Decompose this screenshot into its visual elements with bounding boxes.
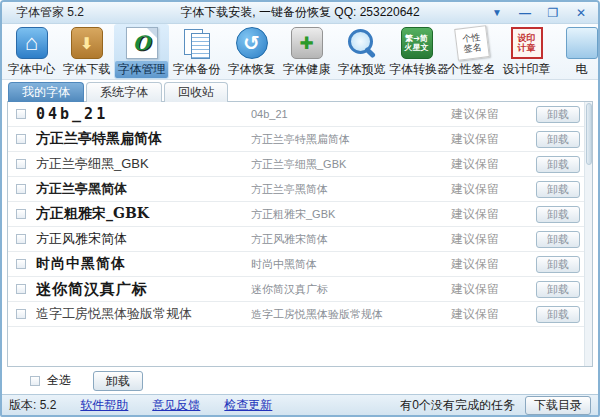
keep-suggestion-label: 建议保留 (451, 231, 536, 248)
select-all-checkbox[interactable] (30, 376, 40, 386)
uninstall-row-button[interactable]: 卸载 (536, 156, 580, 173)
app-title: 字体管家 5.2 (16, 4, 84, 21)
toolbar-item-label: 字体恢复 (224, 61, 279, 78)
font-center-icon (16, 27, 48, 59)
stamp-icon: 设印计章 (511, 27, 543, 59)
row-checkbox[interactable] (16, 184, 26, 194)
titlebar: 字体管家 5.2 字体下载安装, 一键备份恢复 QQ: 253220642 ▼ … (2, 2, 598, 24)
font-rows: 04b_21 04b_21 建议保留 卸载 方正兰亭特黑扁简体 方正兰亭特黑扁简… (8, 102, 584, 327)
minimize-icon[interactable]: — (516, 5, 534, 21)
uninstall-button[interactable]: 卸载 (93, 371, 143, 391)
toolbar-item-font-preview[interactable]: 字体预览 (334, 24, 389, 79)
row-checkbox[interactable] (16, 284, 26, 294)
font-preview-name: 方正兰亭黑简体 (36, 180, 251, 198)
toolbar-item-font-download[interactable]: 字体下载 (59, 24, 114, 79)
row-checkbox[interactable] (16, 209, 26, 219)
font-preview-name: 迷你简汉真广标 (36, 280, 251, 299)
maximize-icon[interactable]: ❐ (544, 5, 562, 21)
keep-suggestion-label: 建议保留 (451, 181, 536, 198)
scrollbar-thumb[interactable] (586, 103, 592, 165)
toolbar-item-label: 字体管理 (115, 61, 168, 78)
uninstall-row-button[interactable]: 卸载 (536, 131, 580, 148)
pending-tasks-text: 有0个没有完成的任务 (400, 397, 515, 414)
keep-suggestion-label: 建议保留 (451, 156, 536, 173)
select-all-label: 全选 (47, 372, 71, 389)
font-preview-name: 造字工房悦黑体验版常规体 (36, 305, 251, 323)
toolbar-item-computer[interactable]: 电 (554, 24, 598, 79)
font-health-icon (291, 27, 323, 59)
font-backup-icon (181, 27, 213, 59)
keep-suggestion-label: 建议保留 (451, 256, 536, 273)
font-row: 迷你简汉真广标 迷你简汉真广标 建议保留 卸载 (8, 277, 584, 302)
font-preview-name: 方正兰亭细黑_GBK (36, 155, 251, 173)
keep-suggestion-label: 建议保留 (451, 131, 536, 148)
font-row: 方正风雅宋简体 方正风雅宋简体 建议保留 卸载 (8, 227, 584, 252)
version-label: 版本: 5.2 (9, 397, 56, 414)
toolbar-item-label: 字体转换器 (389, 61, 444, 78)
font-preview-name: 时尚中黑简体 (36, 255, 251, 273)
toolbar-item-font-center[interactable]: 字体中心 (4, 24, 59, 79)
row-checkbox[interactable] (16, 159, 26, 169)
toolbar-item-label: 字体下载 (59, 61, 114, 78)
font-preview-icon (346, 27, 378, 59)
tab-回收站[interactable]: 回收站 (164, 82, 228, 102)
uninstall-row-button[interactable]: 卸载 (536, 306, 580, 323)
uninstall-row-button[interactable]: 卸载 (536, 256, 580, 273)
font-preview-name: 方正粗雅宋_GBK (36, 205, 251, 223)
toolbar-item-font-converter[interactable]: 繁➔简火星文 字体转换器 (389, 24, 444, 79)
uninstall-row-button[interactable]: 卸载 (536, 206, 580, 223)
font-name: 迷你简汉真广标 (251, 282, 451, 297)
row-checkbox[interactable] (16, 234, 26, 244)
toolbar-item-font-backup[interactable]: 字体备份 (169, 24, 224, 79)
row-checkbox[interactable] (16, 134, 26, 144)
toolbar-item-font-health[interactable]: 字体健康 (279, 24, 334, 79)
status-link-意见反馈[interactable]: 意见反馈 (152, 397, 200, 414)
font-name: 方正风雅宋简体 (251, 232, 451, 247)
toolbar: 字体中心 字体下载 字体管理 字体备份 字体恢复 字体健康 字体预览 (2, 24, 598, 80)
font-name: 方正兰亭黑简体 (251, 182, 451, 197)
keep-suggestion-label: 建议保留 (451, 206, 536, 223)
window-controls: ▼ — ❐ ✕ (488, 5, 598, 21)
font-name: 时尚中黑简体 (251, 257, 451, 272)
font-restore-icon (236, 27, 268, 59)
font-name: 方正兰亭细黑_GBK (251, 157, 451, 172)
uninstall-row-button[interactable]: 卸载 (536, 231, 580, 248)
app-window: 字体管家 5.2 字体下载安装, 一键备份恢复 QQ: 253220642 ▼ … (0, 0, 600, 417)
toolbar-item-label: 个性签名 (444, 61, 499, 78)
font-row: 方正兰亭细黑_GBK 方正兰亭细黑_GBK 建议保留 卸载 (8, 152, 584, 177)
font-name: 方正兰亭特黑扁简体 (251, 132, 451, 147)
tab-我的字体[interactable]: 我的字体 (8, 82, 84, 102)
computer-icon (566, 27, 598, 59)
skin-menu-icon[interactable]: ▼ (488, 5, 506, 21)
font-name: 造字工房悦黑体验版常规体 (251, 307, 451, 322)
toolbar-item-label: 字体健康 (279, 61, 334, 78)
status-links: 软件帮助意见反馈检查更新 (80, 397, 272, 414)
uninstall-row-button[interactable]: 卸载 (536, 281, 580, 298)
scrollbar[interactable] (584, 102, 592, 366)
action-bar: 全选 卸载 (2, 367, 598, 394)
font-row: 造字工房悦黑体验版常规体 造字工房悦黑体验版常规体 建议保留 卸载 (8, 302, 584, 327)
toolbar-item-font-manage[interactable]: 字体管理 (114, 24, 169, 79)
keep-suggestion-label: 建议保留 (451, 281, 536, 298)
close-icon[interactable]: ✕ (572, 5, 590, 21)
row-checkbox[interactable] (16, 109, 26, 119)
tab-系统字体[interactable]: 系统字体 (86, 82, 162, 102)
status-link-软件帮助[interactable]: 软件帮助 (80, 397, 128, 414)
toolbar-item-signature[interactable]: 个性签名 个性签名 (444, 24, 499, 79)
toolbar-item-font-restore[interactable]: 字体恢复 (224, 24, 279, 79)
uninstall-row-button[interactable]: 卸载 (536, 106, 580, 123)
row-checkbox[interactable] (16, 259, 26, 269)
download-dir-button[interactable]: 下载目录 (525, 396, 591, 415)
toolbar-item-stamp[interactable]: 设印计章 设计印章 (499, 24, 554, 79)
font-row: 时尚中黑简体 时尚中黑简体 建议保留 卸载 (8, 252, 584, 277)
status-link-检查更新[interactable]: 检查更新 (224, 397, 272, 414)
row-checkbox[interactable] (16, 309, 26, 319)
toolbar-item-label: 字体备份 (169, 61, 224, 78)
keep-suggestion-label: 建议保留 (451, 306, 536, 323)
font-row: 方正兰亭特黑扁简体 方正兰亭特黑扁简体 建议保留 卸载 (8, 127, 584, 152)
font-row: 04b_21 04b_21 建议保留 卸载 (8, 102, 584, 127)
font-row: 方正兰亭黑简体 方正兰亭黑简体 建议保留 卸载 (8, 177, 584, 202)
uninstall-row-button[interactable]: 卸载 (536, 181, 580, 198)
font-preview-name: 04b_21 (36, 105, 251, 123)
font-preview-name: 方正兰亭特黑扁简体 (36, 130, 251, 148)
